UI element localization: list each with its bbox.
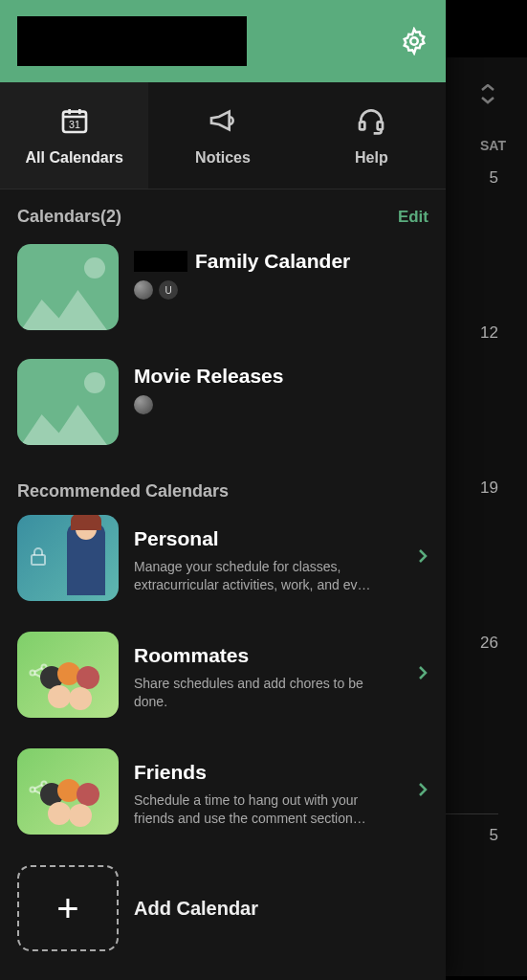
recommended-title: Recommended Calendars <box>17 481 428 501</box>
edit-button[interactable]: Edit <box>398 208 428 227</box>
group-illustration <box>34 779 115 835</box>
add-calendar-button[interactable]: + Add Calendar <box>0 856 446 976</box>
date-cell[interactable]: 19 <box>480 479 498 498</box>
megaphone-icon <box>208 105 238 140</box>
date-cell[interactable]: 5 <box>490 168 498 188</box>
calendar-thumbnail <box>17 244 119 330</box>
calendar-title: Movie Releases <box>134 365 428 388</box>
add-calendar-label: Add Calendar <box>134 898 258 920</box>
calendar-item[interactable]: Family Calander U <box>0 244 446 359</box>
recommended-item-personal[interactable]: Personal Manage your schedule for classe… <box>0 505 446 622</box>
calendars-section-header: Calendars(2) Edit <box>17 207 428 227</box>
tab-all-calendars[interactable]: 31 All Calendars <box>0 82 148 189</box>
calendar-title: Friends <box>134 761 402 784</box>
calendar-thumbnail <box>17 748 119 835</box>
calendar-title: Roommates <box>134 644 402 667</box>
recommended-item-friends[interactable]: Friends Schedule a time to hang out with… <box>0 739 446 856</box>
avatar <box>134 280 153 300</box>
date-cell[interactable]: 12 <box>480 323 498 343</box>
recommended-item-roommates[interactable]: Roommates Share schedules and add chores… <box>0 622 446 739</box>
tab-label: Notices <box>195 149 251 167</box>
app-title-redacted <box>17 16 247 66</box>
calendar-item[interactable]: Movie Releases <box>0 359 446 474</box>
collapse-icon[interactable] <box>479 84 496 111</box>
tab-label: Help <box>355 149 388 167</box>
day-header: SAT <box>480 138 506 153</box>
calendar-description: Manage your schedule for classes, extrac… <box>134 558 383 594</box>
svg-text:31: 31 <box>69 119 80 130</box>
avatar: U <box>159 280 178 300</box>
avatar <box>134 395 153 414</box>
tab-notices[interactable]: Notices <box>148 82 296 189</box>
tab-label: All Calendars <box>26 149 123 167</box>
background-calendar: SAT 5 12 19 26 5 <box>431 57 527 976</box>
svg-rect-3 <box>360 122 364 129</box>
calendar-name-redacted <box>134 251 187 272</box>
member-avatars <box>134 395 428 414</box>
chevron-right-icon <box>417 547 428 568</box>
plus-icon: + <box>17 865 119 951</box>
chevron-right-icon <box>417 781 428 802</box>
calendar-title: Personal <box>134 527 402 550</box>
headset-icon <box>356 105 386 140</box>
drawer-header <box>0 0 446 82</box>
calendar-thumbnail <box>17 515 119 601</box>
settings-button[interactable] <box>400 27 428 56</box>
date-cell[interactable]: 26 <box>480 634 498 653</box>
calendar-title: Family Calander <box>134 250 428 273</box>
person-illustration <box>67 523 105 595</box>
svg-rect-5 <box>32 555 45 565</box>
svg-point-0 <box>410 37 418 45</box>
group-illustration <box>34 662 115 718</box>
calendar-description: Share schedules and add chores to be don… <box>134 675 383 711</box>
calendar-icon: 31 <box>59 105 90 140</box>
date-cell[interactable]: 5 <box>441 813 498 845</box>
calendar-thumbnail <box>17 359 119 445</box>
svg-rect-4 <box>378 122 383 129</box>
section-title: Calendars(2) <box>17 207 121 227</box>
calendar-description: Schedule a time to hang out with your fr… <box>134 791 383 828</box>
chevron-right-icon <box>417 664 428 685</box>
tab-help[interactable]: Help <box>297 82 446 189</box>
member-avatars: U <box>134 280 428 300</box>
lock-icon <box>27 545 50 571</box>
tab-bar: 31 All Calendars Notices Help <box>0 82 446 189</box>
calendar-thumbnail <box>17 632 119 718</box>
sidebar-drawer: 31 All Calendars Notices Help Calendars(… <box>0 0 446 980</box>
